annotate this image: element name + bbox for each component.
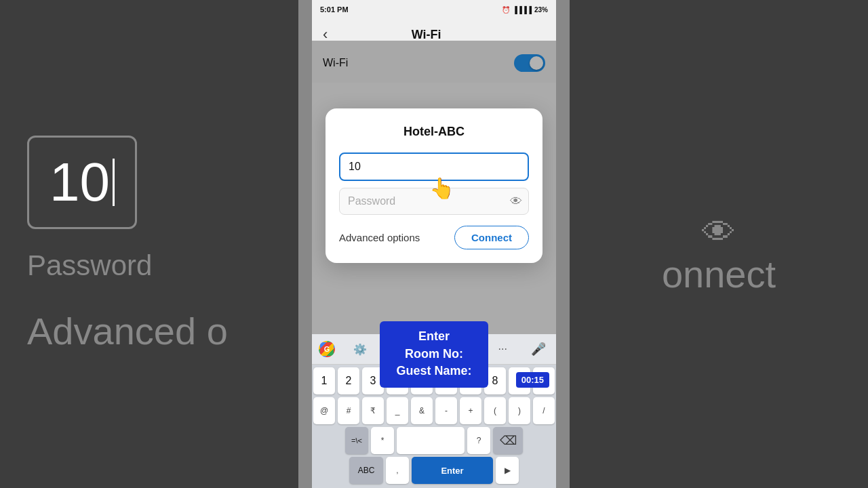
network-name-title: Hotel-ABC [339, 125, 529, 139]
phone-frame: 5:01 PM ⏰ ▐▐▐▐ 23% ‹ Wi-Fi Wi-Fi Hotel-A… [312, 0, 556, 488]
bottom-row: =\< * ? ⌫ [313, 427, 555, 454]
key-symbols-toggle[interactable]: =\< [345, 427, 368, 454]
key-abc[interactable]: ABC [349, 457, 383, 484]
connect-button[interactable]: Connect [454, 226, 529, 249]
keyboard-settings-icon[interactable]: ⚙️ [349, 338, 371, 360]
key-slash[interactable]: / [533, 397, 555, 424]
key-question[interactable]: ? [467, 427, 490, 454]
key-ampersand[interactable]: & [411, 397, 433, 424]
modal-actions: Advanced options Connect [339, 226, 529, 249]
signal-icon: ▐▐▐▐ [513, 6, 532, 14]
battery-display: 23% [534, 6, 548, 14]
key-comma[interactable]: , [386, 457, 409, 484]
status-right: ⏰ ▐▐▐▐ 23% [502, 6, 548, 14]
username-input[interactable] [339, 152, 529, 181]
symbol-row: @ # ₹ _ & - + ( ) / [313, 397, 555, 424]
key-close-paren[interactable]: ) [509, 397, 530, 424]
mic-icon[interactable]: 🎤 [528, 338, 549, 360]
time-display: 5:01 PM [320, 5, 349, 14]
more-icon[interactable]: ··· [492, 338, 513, 360]
wifi-connect-dialog: Hotel-ABC 👆 👁 Advanced options Connect [326, 108, 542, 263]
key-next-icon[interactable]: ▶ [496, 457, 519, 484]
wifi-screen-title: Wi-Fi [412, 28, 441, 42]
bg-input-box: 10 [27, 136, 137, 229]
enter-key[interactable]: Enter [412, 457, 493, 484]
status-bar: 5:01 PM ⏰ ▐▐▐▐ 23% [312, 0, 556, 19]
alarm-icon: ⏰ [502, 6, 510, 14]
bg-cursor [113, 159, 115, 206]
enter-line1: Enter [393, 328, 475, 345]
key-star[interactable]: * [371, 427, 394, 454]
key-2[interactable]: 2 [338, 367, 359, 394]
password-visibility-toggle[interactable]: 👁 [510, 195, 522, 209]
username-input-wrapper: 👆 [339, 152, 529, 188]
key-open-paren[interactable]: ( [484, 397, 506, 424]
timer-badge: 00:15 [516, 372, 549, 388]
delete-key[interactable]: ⌫ [493, 427, 523, 454]
bg-connect-text: onnect [662, 252, 776, 296]
keyboard: G ⚙️ ⬚ 🎨 📋 ··· 🎤 1 2 3 4 5 6 7 8 [312, 334, 556, 488]
bg-advanced-text: Advanced o [27, 309, 228, 353]
status-left: 5:01 PM [320, 5, 349, 14]
bg-input-text: 10 [50, 151, 110, 214]
advanced-options-button[interactable]: Advanced options [339, 229, 420, 246]
key-underscore[interactable]: _ [387, 397, 408, 424]
bg-right-panel: 👁 onnect [570, 0, 868, 488]
abc-row: ABC , Enter ▶ [313, 457, 555, 484]
enter-room-prompt: Enter Room No: Guest Name: [380, 321, 488, 388]
enter-line2: Room No: [393, 346, 475, 363]
bg-eye-icon: 👁 [702, 213, 736, 252]
google-icon[interactable]: G [319, 341, 335, 357]
abc-label: ABC [358, 466, 375, 475]
symbols-toggle-label: =\< [351, 436, 362, 445]
space-key[interactable] [397, 427, 465, 454]
password-input[interactable] [339, 188, 529, 215]
key-rupee[interactable]: ₹ [362, 397, 384, 424]
key-plus[interactable]: + [460, 397, 481, 424]
bg-password-text: Password [27, 249, 152, 282]
key-minus[interactable]: - [435, 397, 457, 424]
enter-line3: Guest Name: [393, 363, 475, 380]
password-row: 👁 [339, 188, 529, 215]
key-hash[interactable]: # [338, 397, 359, 424]
bg-left-panel: 10 Password Advanced o [0, 0, 298, 488]
modal-overlay: Hotel-ABC 👆 👁 Advanced options Connect G [312, 41, 556, 488]
key-1[interactable]: 1 [313, 367, 335, 394]
key-at[interactable]: @ [313, 397, 335, 424]
